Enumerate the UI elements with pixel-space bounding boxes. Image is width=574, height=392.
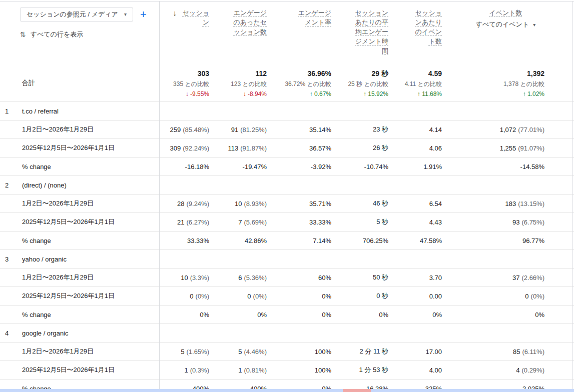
change-value: -3.92%	[311, 163, 331, 170]
row-name: google / organic	[22, 330, 69, 337]
change-value: -16.18%	[185, 163, 209, 170]
metric-value: 17.00	[425, 348, 442, 356]
total-cell: 29 秒25 秒 との比較↑ 15.92%	[331, 64, 388, 102]
metric-value: 28	[177, 200, 184, 208]
horizontal-scrollbar[interactable]	[0, 389, 574, 392]
metric-value: 1	[238, 366, 242, 374]
metric-share: (5.36%)	[244, 274, 267, 282]
column-header-engagement_rate[interactable]: エンゲージメント率	[267, 8, 331, 56]
metric-cell: 1,255(91.07%)	[442, 139, 544, 157]
metric-cell: 100%	[267, 361, 331, 379]
metric-share: (0.29%)	[521, 366, 544, 374]
metric-cell: 1 分 53 秒	[331, 361, 388, 379]
total-compare: 4.11 との比較	[388, 79, 442, 89]
metric-share: (8.93%)	[244, 200, 267, 208]
dimension-header-spacer	[0, 8, 159, 56]
total-cell: 1,3921,378 との比較↑ 1.02%	[442, 64, 544, 102]
column-header-label: セッション	[181, 8, 209, 27]
row-name: (direct) / (none)	[22, 182, 67, 189]
metric-share: (85.48%)	[183, 126, 209, 134]
row-dimension-cell: 3yahoo / organic	[0, 250, 159, 268]
total-compare: 335 との比較	[159, 79, 209, 89]
change-value: 0%	[432, 311, 442, 318]
change-cell: 33.33%	[159, 232, 209, 250]
metric-value: 33.33%	[309, 218, 331, 226]
metric-share: (0%)	[196, 292, 209, 300]
total-cell: 303335 との比較↓ -9.55%	[159, 64, 209, 102]
change-value: 47.58%	[420, 237, 442, 244]
metric-cell: 3.70	[388, 268, 442, 286]
change-value: 33.33%	[187, 237, 209, 244]
metric-value: 4.14	[429, 126, 442, 134]
metric-cell: 4.00	[388, 361, 442, 379]
metric-value: 100%	[315, 348, 331, 356]
column-headers: ↓セッションエンゲージのあったセッション数エンゲージメント率セッションあたりの平…	[0, 8, 544, 56]
change-cell: 0%	[442, 306, 544, 324]
table-header-bar: セッションの参照元 / メディア ▾ + ⇅ すべての行を表示 ↓セッションエン…	[0, 0, 574, 64]
metric-cell: 0 秒	[331, 287, 388, 305]
change-value: 0%	[200, 311, 209, 318]
metric-share: (77.01%)	[518, 126, 544, 134]
column-header-event_count[interactable]: イベント数すべてのイベント▾	[442, 8, 544, 56]
metric-cell: 46 秒	[331, 194, 388, 212]
metric-value: 0 秒	[376, 292, 388, 300]
table-row[interactable]: 4google / organic	[0, 324, 574, 342]
column-header-label: セッションあたりのイベント数	[414, 8, 442, 46]
metric-value: 1,072	[500, 126, 516, 134]
row-index: 1	[5, 108, 9, 115]
percent-change-row: % change-16.18%-19.47%-3.92%-10.74%1.91%…	[0, 158, 574, 176]
metric-cell: 7(5.69%)	[209, 213, 267, 231]
metric-value: 10	[235, 200, 242, 208]
change-cell: 7.14%	[267, 232, 331, 250]
period-label-cell: 2025年12月5日〜2026年1月1日	[0, 213, 159, 231]
metric-value: 100%	[315, 366, 331, 374]
change-value: 0%	[257, 311, 267, 318]
total-compare: 1,378 との比較	[442, 79, 544, 89]
events-filter-dropdown[interactable]: すべてのイベント▾	[467, 20, 544, 29]
total-change: ↑ 0.67%	[267, 89, 331, 99]
column-header-label: セッションあたりの平均エンゲージメント時間	[354, 8, 388, 56]
period-row: 2025年12月5日〜2026年1月1日309(92.24%)113(91.87…	[0, 139, 574, 158]
period-row: 1月2日〜2026年1月29日10(3.3%)6(5.36%)60%50 秒3.…	[0, 268, 574, 287]
period-label-cell: 2025年12月5日〜2026年1月1日	[0, 139, 159, 157]
metric-value: 10	[181, 274, 188, 282]
total-value: 112	[209, 68, 267, 79]
scrollbar-marker	[343, 389, 371, 392]
metric-cell: 28(9.24%)	[159, 194, 209, 212]
metric-share: (0%)	[253, 292, 267, 300]
row-name: t.co / referral	[22, 108, 59, 115]
metric-value: 50 秒	[373, 273, 388, 282]
metric-cell: 35.14%	[267, 120, 331, 138]
table-row[interactable]: 2(direct) / (none)	[0, 176, 574, 194]
row-index: 3	[5, 256, 9, 263]
change-cell: 96.77%	[442, 232, 544, 250]
metric-cell: 0%	[267, 287, 331, 305]
period-row: 1月2日〜2026年1月29日28(9.24%)10(8.93%)35.71%4…	[0, 194, 574, 213]
metric-value: 91	[231, 126, 238, 134]
metric-cell: 0(0%)	[159, 287, 209, 305]
metric-value: 5	[181, 348, 184, 356]
row-group-1: 1t.co / referral1月2日〜2026年1月29日259(85.48…	[0, 102, 574, 176]
table-row[interactable]: 1t.co / referral	[0, 102, 574, 120]
change-value: -19.47%	[243, 163, 267, 170]
metric-share: (0%)	[531, 292, 544, 300]
period-label: 1月2日〜2026年1月29日	[22, 199, 94, 208]
metric-cell: 4.14	[388, 120, 442, 138]
metric-cell: 36.57%	[267, 139, 331, 157]
period-label: 2025年12月5日〜2026年1月1日	[22, 366, 115, 374]
metric-value: 26 秒	[373, 144, 388, 152]
table-row[interactable]: 3yahoo / organic	[0, 250, 574, 268]
metric-value: 0%	[322, 292, 331, 300]
period-label: 1月2日〜2026年1月29日	[22, 347, 94, 356]
column-header-engaged_sessions[interactable]: エンゲージのあったセッション数	[209, 8, 267, 56]
metric-value: 113	[228, 144, 239, 152]
period-label-cell: 1月2日〜2026年1月29日	[0, 120, 159, 138]
change-cell: -16.18%	[159, 158, 209, 176]
change-value: 0%	[379, 311, 388, 318]
column-header-sessions[interactable]: ↓セッション	[159, 8, 209, 56]
metric-value: 0	[190, 292, 193, 300]
metric-share: (13.15%)	[518, 200, 544, 208]
column-header-avg_engagement_time[interactable]: セッションあたりの平均エンゲージメント時間	[331, 8, 388, 56]
column-header-events_per_session[interactable]: セッションあたりのイベント数	[388, 8, 442, 56]
total-change: ↓ -8.94%	[209, 89, 267, 99]
